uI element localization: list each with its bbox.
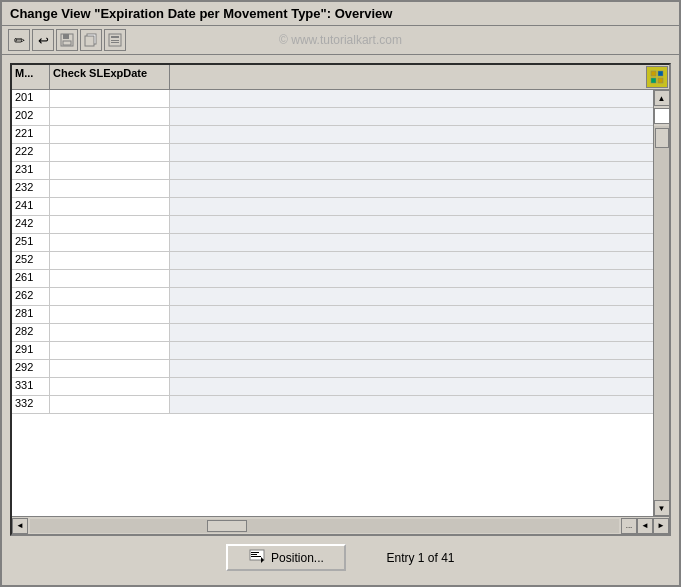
svg-rect-7 — [111, 40, 119, 41]
cell-extra-8 — [170, 234, 653, 251]
table-row[interactable]: 222 — [12, 144, 653, 162]
cell-check-5[interactable] — [50, 180, 170, 197]
svg-rect-2 — [63, 41, 71, 45]
cell-check-9[interactable] — [50, 252, 170, 269]
cell-check-17[interactable] — [50, 396, 170, 413]
cell-extra-0 — [170, 90, 653, 107]
cell-movement-1: 202 — [12, 108, 50, 125]
cell-movement-13: 282 — [12, 324, 50, 341]
cell-check-13[interactable] — [50, 324, 170, 341]
cell-check-4[interactable] — [50, 162, 170, 179]
cell-check-0[interactable] — [50, 90, 170, 107]
table-row[interactable]: 241 — [12, 198, 653, 216]
table-rows-container: 2012022212222312322412422512522612622812… — [12, 90, 653, 516]
cell-movement-6: 241 — [12, 198, 50, 215]
cell-check-8[interactable] — [50, 234, 170, 251]
cell-check-2[interactable] — [50, 126, 170, 143]
cell-check-12[interactable] — [50, 306, 170, 323]
cell-extra-11 — [170, 288, 653, 305]
edit-icon[interactable]: ✏ — [8, 29, 30, 51]
cell-extra-7 — [170, 216, 653, 233]
save-icon[interactable] — [56, 29, 78, 51]
cell-movement-2: 221 — [12, 126, 50, 143]
position-button[interactable]: Position... — [226, 544, 346, 571]
cell-movement-16: 331 — [12, 378, 50, 395]
cell-extra-3 — [170, 144, 653, 161]
scroll-up-arrow[interactable]: ▲ — [654, 90, 670, 106]
h-scroll-left-arrow[interactable]: ◄ — [12, 518, 28, 534]
scroll-track — [654, 126, 669, 500]
table-row[interactable]: 282 — [12, 324, 653, 342]
undo-icon[interactable]: ↩ — [32, 29, 54, 51]
data-table: M... Check SLExpDate 2012022212222312322… — [10, 63, 671, 536]
table-row[interactable]: 332 — [12, 396, 653, 414]
vertical-scrollbar[interactable]: ▲ ▼ — [653, 90, 669, 516]
scroll-down-arrow[interactable]: ▼ — [654, 500, 670, 516]
cell-extra-14 — [170, 342, 653, 359]
cell-movement-14: 291 — [12, 342, 50, 359]
table-row[interactable]: 232 — [12, 180, 653, 198]
cell-movement-4: 231 — [12, 162, 50, 179]
cell-extra-9 — [170, 252, 653, 269]
cell-check-11[interactable] — [50, 288, 170, 305]
svg-rect-16 — [251, 556, 261, 557]
title-bar: Change View "Expiration Date per Movemen… — [2, 2, 679, 26]
position-button-icon — [249, 549, 265, 566]
toolbar: ✏ ↩ © www.tutorialkart.com — [2, 26, 679, 55]
cell-movement-3: 222 — [12, 144, 50, 161]
cell-check-15[interactable] — [50, 360, 170, 377]
window-title: Change View "Expiration Date per Movemen… — [10, 6, 392, 21]
table-row[interactable]: 231 — [12, 162, 653, 180]
scroll-thumb[interactable] — [655, 128, 669, 148]
horizontal-scrollbar: ◄ ... ◄ ► — [12, 516, 669, 534]
cell-check-16[interactable] — [50, 378, 170, 395]
table-row[interactable]: 252 — [12, 252, 653, 270]
table-row[interactable]: 242 — [12, 216, 653, 234]
table-row[interactable]: 262 — [12, 288, 653, 306]
info-icon[interactable] — [104, 29, 126, 51]
cell-extra-10 — [170, 270, 653, 287]
table-row[interactable]: 202 — [12, 108, 653, 126]
table-row[interactable]: 251 — [12, 234, 653, 252]
cell-movement-0: 201 — [12, 90, 50, 107]
table-row[interactable]: 291 — [12, 342, 653, 360]
table-row[interactable]: 261 — [12, 270, 653, 288]
table-rows-list: 2012022212222312322412422512522612622812… — [12, 90, 653, 414]
cell-extra-16 — [170, 378, 653, 395]
svg-rect-12 — [658, 78, 663, 83]
h-scroll-right-arrow1[interactable]: ◄ — [637, 518, 653, 534]
table-row[interactable]: 331 — [12, 378, 653, 396]
copy-icon[interactable] — [80, 29, 102, 51]
cell-check-1[interactable] — [50, 108, 170, 125]
h-scroll-right-arrow2[interactable]: ► — [653, 518, 669, 534]
svg-rect-4 — [85, 36, 94, 46]
cell-extra-1 — [170, 108, 653, 125]
cell-extra-6 — [170, 198, 653, 215]
cell-check-14[interactable] — [50, 342, 170, 359]
cell-extra-4 — [170, 162, 653, 179]
table-row[interactable]: 292 — [12, 360, 653, 378]
table-header: M... Check SLExpDate — [12, 65, 669, 90]
h-scroll-thumb[interactable] — [207, 520, 247, 532]
table-row[interactable]: 201 — [12, 90, 653, 108]
table-row[interactable]: 221 — [12, 126, 653, 144]
grid-config-icon[interactable] — [646, 66, 668, 88]
cell-check-10[interactable] — [50, 270, 170, 287]
h-scroll-right-btn1[interactable]: ... — [621, 518, 637, 534]
svg-rect-1 — [63, 34, 69, 39]
svg-rect-9 — [651, 71, 656, 76]
cell-check-3[interactable] — [50, 144, 170, 161]
scroll-checkbox[interactable] — [654, 108, 669, 124]
column-extra-space — [170, 65, 645, 89]
table-row[interactable]: 281 — [12, 306, 653, 324]
cell-check-6[interactable] — [50, 198, 170, 215]
cell-movement-17: 332 — [12, 396, 50, 413]
cell-extra-5 — [170, 180, 653, 197]
svg-rect-11 — [651, 78, 656, 83]
cell-check-7[interactable] — [50, 216, 170, 233]
cell-extra-17 — [170, 396, 653, 413]
cell-movement-8: 251 — [12, 234, 50, 251]
footer: Position... Entry 1 of 41 — [10, 536, 671, 577]
cell-movement-11: 262 — [12, 288, 50, 305]
svg-rect-6 — [111, 36, 119, 38]
